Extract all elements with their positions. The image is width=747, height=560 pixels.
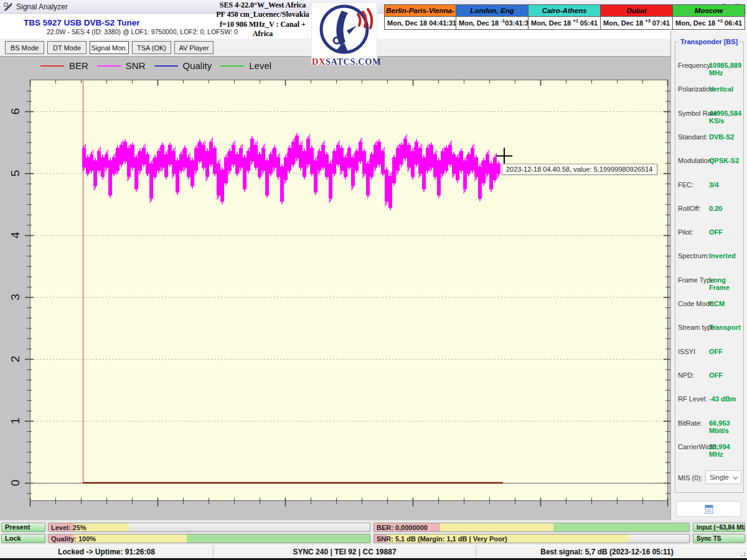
progress-bar: SNR: 5,1 dB (Margin: 1,1 dB | Very Poor): [374, 534, 690, 543]
legend-label: BER: [69, 60, 88, 71]
tab-bs-mode[interactable]: BS Mode: [5, 41, 44, 54]
chart-legend: BERSNRQualityLevel: [40, 60, 271, 71]
statusbar-uptime: Locked -> Uptime: 91:26:08: [0, 546, 214, 558]
clock-utc-offset: +3: [645, 18, 651, 24]
transponder-row: Stream type:Transport: [675, 324, 743, 334]
bar-segment: [553, 523, 689, 531]
transponder-label: Modulation:: [678, 157, 713, 164]
statusbar-sync: SYNC 240 | TEI 92 | CC 19887: [214, 546, 476, 558]
status-badge-right: Sync TS: [693, 534, 745, 543]
transponder-label: BitRate:: [678, 419, 702, 427]
transponder-label: Frequency:: [678, 62, 712, 69]
monitor-status-area: PresentLevel: 25%BER: 0,0000000Input (~6…: [0, 520, 747, 545]
clock-date: Mon, Dec 18: [387, 19, 427, 27]
transponder-label: FEC:: [678, 181, 693, 189]
tab-signal-mon-[interactable]: Signal Mon.: [90, 41, 129, 54]
report-icon: [704, 505, 714, 514]
app-icon: [4, 2, 12, 11]
clock-date: Mon, Dec 18: [459, 19, 499, 27]
clock-utc-offset: +1: [573, 18, 578, 24]
world-clock: Cairo-AthensMon, Dec 18+105:41: [529, 4, 601, 30]
transponder-row: RF Level:-43 dBm: [675, 395, 743, 405]
logo-text-dx: DX: [312, 57, 326, 67]
transponder-label: NPD:: [678, 371, 694, 379]
bar-label: BER: 0,0000000: [377, 524, 428, 531]
legend-line-swatch: [154, 65, 178, 67]
clock-time: 06:41: [725, 19, 742, 27]
chart-tooltip: 2023-12-18 04.40.58, value: 5,1999998092…: [502, 164, 657, 175]
chevron-down-icon: [733, 476, 738, 480]
legend-item-ber: BER: [40, 60, 88, 71]
clock-date: Mon, Dec 18: [531, 19, 571, 27]
transponder-row: Polarization:Vertical: [675, 85, 743, 95]
clock-date: Mon, Dec 18: [603, 19, 643, 27]
statusbar-best-signal: Best signal: 5,7 dB (2023-12-16 05:11): [476, 546, 738, 558]
transponder-row: Frame Type:Long Frame: [675, 276, 743, 286]
mis-label: MIS (0):: [678, 474, 702, 482]
legend-line-swatch: [97, 65, 121, 67]
transponder-row: Spectrum:Inverted: [675, 252, 743, 262]
legend-item-level: Level: [220, 60, 271, 71]
legend-label: Quality: [183, 60, 212, 71]
progress-bar: Quality: 100%: [48, 534, 370, 543]
legend-line-swatch: [220, 65, 244, 67]
clock-time: 04:41:31: [429, 19, 456, 27]
tab-av-player[interactable]: AV Player: [174, 41, 214, 54]
transponder-value: 0.20: [709, 205, 722, 212]
clock-time-row: Mon, Dec 18-103:41:31: [456, 17, 528, 29]
transponder-value: 44995,584 KS/s: [709, 110, 743, 124]
transponder-label: Spectrum:: [678, 252, 709, 259]
signal-chart[interactable]: [0, 57, 670, 521]
world-clocks: Berlin-Paris-Vienna-RomaMon, Dec 1804:41…: [384, 4, 745, 30]
bar-label: Level: 25%: [51, 524, 87, 531]
transponder-value: OFF: [709, 371, 723, 379]
transponder-value: Vertical: [709, 85, 733, 93]
bar-segment: [187, 534, 370, 543]
legend-line-swatch: [40, 65, 64, 67]
transponder-value: Transport: [709, 324, 741, 331]
mis-dropdown[interactable]: Single: [705, 470, 741, 484]
clock-time: 07:41: [652, 19, 670, 27]
logo-text: DXSATCS.COM: [312, 57, 377, 67]
clock-city: Cairo-Athens: [529, 5, 600, 17]
mode-tabs: BS ModeDT ModeSignal Mon.TSA (OK)AV Play…: [5, 41, 214, 54]
transponder-value: Inverted: [709, 252, 736, 259]
bar-label: Quality: 100%: [51, 535, 96, 543]
transponder-value: CCM: [709, 300, 725, 307]
world-clock: DubaiMon, Dec 18+307:41: [601, 4, 673, 30]
transponder-sidebar: Transponder [BS] Frequency:10985,889 MHz…: [670, 31, 747, 520]
mis-value: Single: [710, 474, 729, 481]
transponder-row: BitRate:66,953 Mbit/s: [675, 419, 743, 429]
tab-dt-mode[interactable]: DT Mode: [47, 41, 87, 54]
transponder-value: -43 dBm: [709, 395, 736, 403]
transponder-row: Frequency:10985,889 MHz: [675, 62, 743, 72]
clock-time-row: Mon, Dec 1804:41:31: [385, 17, 456, 29]
clock-time-row: Mon, Dec 18+206:41: [673, 17, 745, 29]
legend-label: Level: [249, 60, 271, 71]
signal-monitor-panel: BERSNRQualityLevel 2023-12-18 04.40.58, …: [0, 56, 670, 520]
export-button[interactable]: [676, 501, 741, 517]
window-title: Signal Analyzer: [16, 2, 68, 11]
resize-grip[interactable]: [738, 546, 747, 558]
status-badge-right: Input (~63,84 Mbps): [693, 523, 745, 532]
logo-text-rest: SATCS.COM: [326, 57, 381, 67]
note-line: PF 450 cm_Lucenec/Slovakia: [209, 10, 316, 19]
clock-time-row: Mon, Dec 18+307:41: [601, 17, 672, 29]
transponder-label: ISSYI: [678, 348, 695, 355]
transponder-row: ISSYIOFF: [675, 348, 743, 358]
legend-label: SNR: [126, 60, 146, 71]
transponder-row: Standard:DVB-S2: [675, 133, 743, 143]
transponder-row: CarrierWidth:53,994 MHz: [675, 443, 743, 453]
clock-utc-offset: -1: [500, 18, 505, 24]
tab-tsa-ok-[interactable]: TSA (OK): [132, 41, 171, 54]
note-line: SES 4-22.0°W_West Africa: [209, 1, 316, 10]
status-badge-present: Present: [1, 523, 45, 532]
legend-item-snr: SNR: [97, 60, 146, 71]
clock-city: London, Eng: [456, 5, 528, 17]
satellite-dish-icon: [312, 3, 377, 55]
clock-time-row: Mon, Dec 18+105:41: [529, 17, 600, 29]
transponder-groupbox: Transponder [BS] Frequency:10985,889 MHz…: [675, 42, 744, 493]
clock-utc-offset: +2: [717, 18, 723, 24]
tuner-name: TBS 5927 USB DVB-S2 Tuner: [24, 18, 140, 27]
transponder-row: NPD:OFF: [675, 371, 743, 381]
